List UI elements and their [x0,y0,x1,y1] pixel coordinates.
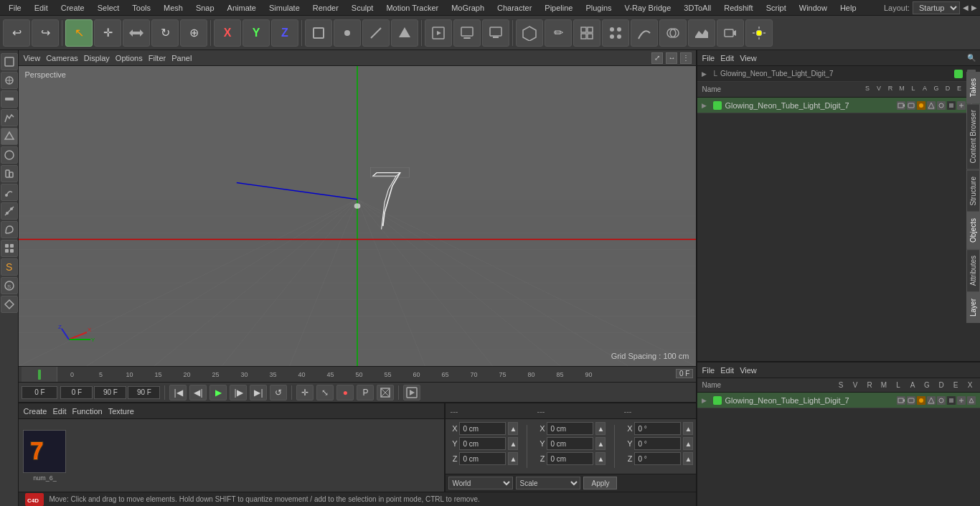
menu-character[interactable]: Character [491,2,537,14]
material-function-menu[interactable]: Function [72,407,102,416]
record-button[interactable]: ● [336,385,354,400]
obj-icon-tag1[interactable] [907,101,915,110]
menu-mograph[interactable]: MoGraph [446,2,490,14]
viewport[interactable]: View Cameras Display Options Filter Pane… [19,50,696,366]
menu-create[interactable]: Create [55,2,90,14]
obj-mgr-file-menu[interactable]: File [702,54,715,62]
left-tool-5[interactable] [1,128,18,145]
coords-z1-input[interactable] [459,452,506,465]
menu-edit[interactable]: Edit [29,2,54,14]
select-tool-button[interactable]: ↖ [65,19,93,47]
tab-attributes[interactable]: Attributes [966,249,980,292]
obj-mgr-edit-menu[interactable]: Edit [720,54,734,62]
menu-redshift[interactable]: Redshift [718,2,758,14]
obj-mgr-view-menu[interactable]: View [740,54,757,62]
render-settings-button[interactable] [482,19,509,47]
attr-list-item[interactable]: ▶ Glowing_Neon_Tube_Light_Digit_7 [697,393,980,408]
move-tool-button[interactable]: ✛ [94,19,121,47]
attr-icon-7[interactable] [957,396,966,405]
attr-file-menu[interactable]: File [702,366,715,375]
coords-x3-up[interactable]: ▲ [683,422,693,435]
viewport-view-menu[interactable]: View [23,54,40,62]
coords-y1-up[interactable]: ▲ [508,437,518,450]
coords-y3-up[interactable]: ▲ [683,437,693,450]
point-mode-button[interactable] [334,19,361,47]
attr-icon-3[interactable] [917,396,925,405]
attr-edit-menu[interactable]: Edit [720,366,734,375]
coords-mode-dropdown[interactable]: Scale [516,477,580,489]
material-create-menu[interactable]: Create [23,407,47,416]
playback-preview-end[interactable] [128,386,160,399]
coords-y2-up[interactable]: ▲ [595,437,606,450]
menu-script[interactable]: Script [760,2,792,14]
coords-z3-input[interactable] [634,452,681,465]
left-tool-7[interactable] [1,165,18,182]
coords-z2-input[interactable] [547,452,593,465]
menu-plugins[interactable]: Plugins [580,2,617,14]
spline-button[interactable] [631,19,658,47]
menu-help[interactable]: Help [834,2,862,14]
layout-nav-right[interactable]: ▶ [971,4,977,11]
loop-button[interactable]: ↺ [270,385,287,400]
z-axis-button[interactable]: Z [271,19,298,47]
coords-apply-button[interactable]: Apply [583,477,617,489]
render-view-button[interactable] [425,19,452,47]
scale-playback-button[interactable]: ⤡ [316,385,334,400]
obj-icon-tag3[interactable] [927,101,936,110]
coords-z2-up[interactable]: ▲ [595,452,606,465]
left-tool-2[interactable] [1,72,18,89]
coords-y1-input[interactable] [459,437,506,450]
attr-icon-4[interactable] [927,396,936,405]
material-edit-menu[interactable]: Edit [53,407,67,416]
left-tool-14[interactable] [1,296,18,313]
coords-x2-up[interactable]: ▲ [595,422,606,435]
move-playback-button[interactable]: ✛ [296,385,314,400]
coords-z1-up[interactable]: ▲ [508,452,518,465]
coords-z3-up[interactable]: ▲ [683,452,693,465]
scale-tool-button[interactable] [123,19,150,47]
left-tool-8[interactable] [1,184,18,201]
material-item[interactable]: 7 7 7 num_6_ [23,430,66,482]
viewport-ctrl-arrows[interactable]: ↔ [666,52,677,64]
goto-end-button[interactable]: ▶| [250,385,267,400]
attr-icon-5[interactable] [937,396,946,405]
coords-y3-input[interactable] [634,437,681,450]
menu-render[interactable]: Render [307,2,344,14]
attr-icon-8[interactable] [967,396,976,405]
y-axis-button[interactable]: Y [242,19,270,47]
left-tool-6[interactable] [1,146,18,164]
obj-icon-tag5[interactable] [947,101,956,110]
goto-start-button[interactable]: |◀ [169,385,187,400]
render-preview-button[interactable] [403,385,420,400]
coords-x1-up[interactable]: ▲ [508,422,518,435]
obj-expand-icon[interactable]: ▶ [702,102,710,109]
viewport-panel-menu[interactable]: Panel [171,54,192,62]
tab-layer[interactable]: Layer [966,292,980,323]
array-button[interactable] [602,19,629,47]
attr-expand-icon[interactable]: ▶ [702,397,710,404]
material-thumbnail[interactable]: 7 7 7 [23,430,66,473]
tab-content-browser[interactable]: Content Browser [966,103,980,169]
left-tool-3[interactable] [1,90,18,108]
polygon-mode-button[interactable] [391,19,418,47]
tab-takes[interactable]: Takes [966,72,980,103]
menu-window[interactable]: Window [793,2,833,14]
obj-icon-tag4[interactable] [937,101,946,110]
left-tool-11[interactable] [1,240,18,257]
boole-button[interactable] [659,19,687,47]
viewport-cameras-menu[interactable]: Cameras [46,54,78,62]
viewport-options-menu[interactable]: Options [116,54,143,62]
left-tool-4[interactable] [1,109,18,126]
coords-space-dropdown[interactable]: World [448,477,513,489]
landscape-button[interactable] [688,19,715,47]
menu-select[interactable]: Select [92,2,126,14]
menu-sculpt[interactable]: Sculpt [346,2,380,14]
light-button[interactable] [745,19,773,47]
coords-x2-input[interactable] [547,422,593,435]
left-tool-10[interactable] [1,221,18,238]
viewport-ctrl-settings[interactable]: ⋮ [680,52,692,64]
obj-icon-tag2[interactable] [917,101,925,110]
menu-tools[interactable]: Tools [126,2,156,14]
left-tool-13[interactable]: S [1,277,18,294]
attr-icon-6[interactable] [947,396,956,405]
